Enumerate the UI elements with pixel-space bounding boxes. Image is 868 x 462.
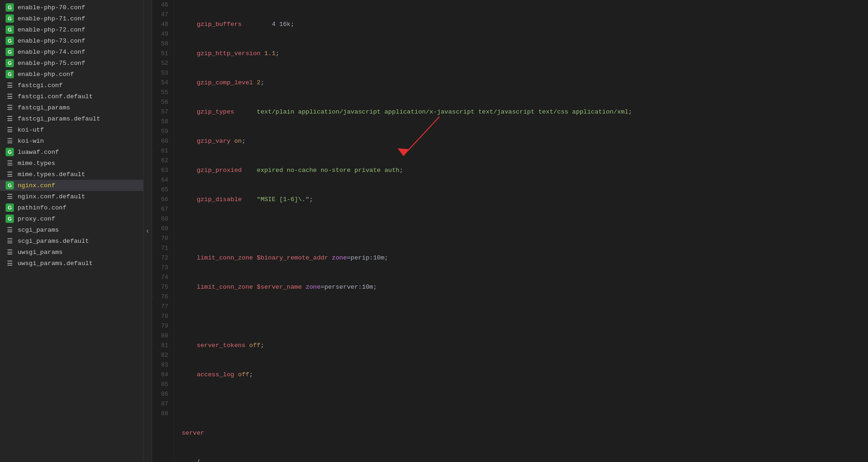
doc-file-icon: ☰ (6, 114, 14, 123)
sidebar-file-item[interactable]: ☰scgi_params (0, 224, 143, 235)
sidebar-file-item[interactable]: Genable-php-75.conf (0, 57, 143, 69)
line-numbers: 46 47 48 49 50 51 52 53 54 55 56 57 58 5… (152, 0, 174, 462)
doc-file-icon: ☰ (6, 170, 14, 178)
sidebar-file-item[interactable]: Genable-php-70.conf (0, 2, 143, 13)
doc-file-icon: ☰ (6, 126, 14, 134)
file-name-label: enable-php-70.conf (18, 4, 85, 11)
file-name-label: uwsgi_params (18, 249, 63, 256)
sidebar-file-item[interactable]: Genable-php-72.conf (0, 24, 143, 35)
sidebar-file-item[interactable]: ☰mime.types (0, 158, 143, 169)
file-name-label: uwsgi_params.default (18, 260, 93, 267)
file-name-label: enable-php.conf (18, 71, 74, 78)
sidebar-file-item[interactable]: ☰uwsgi_params (0, 247, 143, 258)
sidebar-file-item[interactable]: ☰scgi_params.default (0, 235, 143, 247)
sidebar-file-item[interactable]: Genable-php.conf (0, 69, 143, 80)
g-file-icon: G (6, 14, 14, 23)
file-name-label: luawaf.conf (18, 149, 59, 156)
doc-file-icon: ☰ (6, 81, 14, 89)
doc-file-icon: ☰ (6, 248, 14, 256)
file-name-label: proxy.conf (18, 215, 55, 222)
doc-file-icon: ☰ (6, 92, 14, 101)
sidebar-file-item[interactable]: Genable-php-71.conf (0, 13, 143, 24)
file-name-label: enable-php-73.conf (18, 38, 85, 44)
code-content: gzip_buffers 4 16k; gzip_http_version 1.… (174, 0, 868, 462)
sidebar-file-item[interactable]: Gnginx.conf (0, 180, 143, 191)
g-file-icon: G (6, 59, 14, 67)
g-file-icon: G (6, 181, 14, 190)
g-file-icon: G (6, 215, 14, 223)
sidebar-file-item[interactable]: ☰fastcgi.conf.default (0, 91, 143, 102)
code-editor[interactable]: 46 47 48 49 50 51 52 53 54 55 56 57 58 5… (152, 0, 868, 462)
g-file-icon: G (6, 3, 14, 12)
file-name-label: mime.types.default (18, 171, 85, 178)
sidebar-file-item[interactable]: Gpathinfo.conf (0, 202, 143, 213)
doc-file-icon: ☰ (6, 192, 14, 201)
sidebar-file-item[interactable]: ☰fastcgi_params.default (0, 113, 143, 124)
doc-file-icon: ☰ (6, 159, 14, 167)
file-name-label: fastcgi.conf.default (18, 93, 93, 100)
file-name-label: enable-php-71.conf (18, 15, 85, 22)
file-name-label: mime.types (18, 160, 55, 167)
doc-file-icon: ☰ (6, 103, 14, 112)
file-name-label: koi-utf (18, 127, 44, 133)
file-name-label: enable-php-74.conf (18, 49, 85, 56)
sidebar-file-item[interactable]: ☰fastcgi.conf (0, 80, 143, 91)
file-name-label: enable-php-72.conf (18, 26, 85, 33)
sidebar-file-item[interactable]: ☰fastcgi_params (0, 102, 143, 113)
sidebar-file-item[interactable]: Genable-php-73.conf (0, 35, 143, 46)
doc-file-icon: ☰ (6, 226, 14, 234)
file-name-label: koi-win (18, 138, 44, 145)
file-name-label: enable-php-75.conf (18, 60, 85, 67)
file-name-label: scgi_params (18, 227, 59, 234)
sidebar-file-item[interactable]: ☰nginx.conf.default (0, 191, 143, 202)
file-name-label: nginx.conf (18, 182, 55, 189)
collapse-handle[interactable]: ‹ (144, 0, 152, 462)
file-name-label: scgi_params.default (18, 238, 89, 245)
g-file-icon: G (6, 37, 14, 45)
file-name-label: nginx.conf.default (18, 193, 85, 200)
sidebar-file-item[interactable]: ☰mime.types.default (0, 169, 143, 180)
sidebar-file-item[interactable]: ☰koi-utf (0, 124, 143, 135)
file-name-label: fastcgi_params (18, 104, 70, 111)
g-file-icon: G (6, 203, 14, 212)
g-file-icon: G (6, 48, 14, 56)
sidebar-file-item[interactable]: Gluawaf.conf (0, 146, 143, 158)
sidebar-file-item[interactable]: Genable-php-74.conf (0, 46, 143, 57)
doc-file-icon: ☰ (6, 259, 14, 267)
file-name-label: fastcgi.conf (18, 82, 63, 89)
g-file-icon: G (6, 148, 14, 156)
collapse-icon: ‹ (146, 228, 150, 235)
file-explorer: Genable-php-70.confGenable-php-71.confGe… (0, 0, 144, 462)
sidebar-file-item[interactable]: ☰koi-win (0, 135, 143, 146)
g-file-icon: G (6, 70, 14, 78)
file-name-label: pathinfo.conf (18, 204, 66, 211)
sidebar-file-item[interactable]: Gproxy.conf (0, 213, 143, 224)
doc-file-icon: ☰ (6, 237, 14, 245)
doc-file-icon: ☰ (6, 137, 14, 145)
file-name-label: fastcgi_params.default (18, 115, 100, 122)
sidebar-file-item[interactable]: ☰uwsgi_params.default (0, 258, 143, 269)
g-file-icon: G (6, 25, 14, 34)
